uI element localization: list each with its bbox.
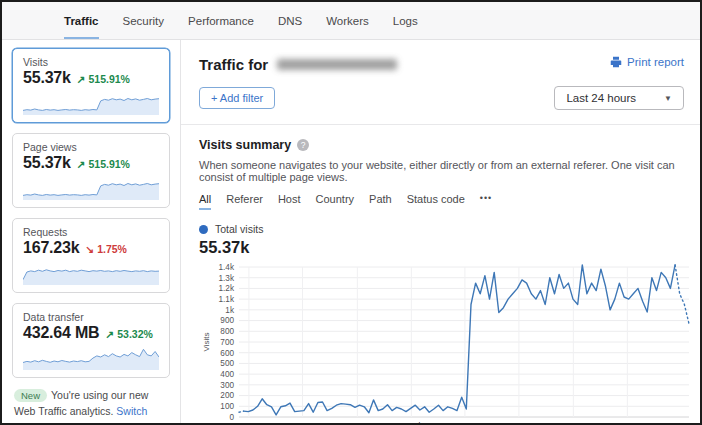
svg-text:12 PM: 12 PM (616, 422, 640, 423)
metric-delta: 515.91% (88, 73, 129, 85)
svg-text:03 PM: 03 PM (237, 422, 261, 423)
svg-text:09 PM: 09 PM (346, 422, 370, 423)
tab-host[interactable]: Host (278, 193, 301, 210)
svg-text:1.2k: 1.2k (219, 284, 235, 293)
tab-all[interactable]: All (199, 193, 211, 210)
metric-card-visits[interactable]: Visits 55.37k ↗ 515.91% (12, 48, 170, 123)
nav-tab-performance[interactable]: Performance (188, 2, 254, 39)
svg-text:09 AM: 09 AM (562, 422, 585, 423)
metric-label: Visits (23, 56, 159, 68)
data-transfer-sparkline (23, 344, 159, 370)
metric-delta: 515.91% (88, 158, 129, 170)
legend-label: Total visits (215, 223, 263, 235)
nav-tab-logs[interactable]: Logs (393, 2, 418, 39)
add-filter-button[interactable]: + Add filter (199, 87, 275, 109)
svg-text:900: 900 (220, 316, 234, 325)
svg-text:03 AM: 03 AM (453, 422, 476, 423)
svg-text:December: December (392, 422, 430, 423)
site-domain-redacted (277, 59, 397, 70)
trend-down-indicator: ↘ 1.75% (85, 243, 127, 255)
print-report-link[interactable]: Print report (610, 56, 684, 68)
requests-sparkline (23, 259, 159, 285)
metric-card-requests[interactable]: Requests 167.23k ↘ 1.75% (12, 218, 170, 293)
trend-up-indicator: ↗ 515.91% (77, 73, 130, 85)
analytics-dashboard: Traffic Security Performance DNS Workers… (0, 0, 702, 425)
metric-label: Data transfer (23, 311, 159, 323)
main-panel: Traffic for Print report + Add filter La… (180, 40, 700, 423)
trend-down-icon: ↘ (85, 243, 94, 255)
svg-text:1.1k: 1.1k (219, 295, 235, 304)
nav-tab-workers[interactable]: Workers (326, 2, 369, 39)
tab-status-code[interactable]: Status code (407, 193, 465, 210)
trend-up-icon: ↗ (105, 328, 114, 340)
top-navigation: Traffic Security Performance DNS Workers… (2, 2, 700, 40)
metric-card-data-transfer[interactable]: Data transfer 432.64 MB ↗ 53.32% (12, 303, 170, 378)
section-description: When someone navigates to your website, … (199, 159, 686, 183)
legend-dot-icon (199, 225, 208, 234)
trend-up-indicator: ↗ 515.91% (77, 158, 130, 170)
svg-text:1k: 1k (225, 306, 235, 315)
svg-text:0: 0 (229, 413, 234, 422)
filter-row: + Add filter Last 24 hours ▼ (181, 73, 700, 125)
print-report-label: Print report (627, 56, 684, 68)
content-area: Visits 55.37k ↗ 515.91% Page views 55.37… (2, 40, 700, 423)
visits-summary-section: Visits summary ? When someone navigates … (181, 125, 700, 423)
new-analytics-notice: NewYou're using our new Web Traffic anal… (12, 388, 170, 425)
visits-sparkline (23, 89, 159, 115)
more-tabs-icon[interactable]: ••• (480, 193, 492, 210)
page-title: Traffic for (199, 56, 397, 73)
svg-text:700: 700 (220, 338, 234, 347)
summary-dimension-tabs: All Referer Host Country Path Status cod… (199, 193, 686, 210)
svg-text:100: 100 (220, 402, 234, 411)
svg-text:Visits: Visits (202, 333, 211, 352)
metric-label: Requests (23, 226, 159, 238)
trend-up-icon: ↗ (77, 73, 86, 85)
svg-text:300: 300 (220, 381, 234, 390)
metric-delta: 1.75% (97, 243, 127, 255)
svg-text:500: 500 (220, 359, 234, 368)
svg-text:06 PM: 06 PM (291, 422, 315, 423)
chart-legend: Total visits (199, 223, 686, 235)
svg-text:1.3k: 1.3k (219, 274, 235, 283)
time-range-dropdown[interactable]: Last 24 hours ▼ (554, 86, 684, 110)
svg-text:06 AM: 06 AM (507, 422, 530, 423)
trend-up-icon: ↗ (77, 158, 86, 170)
time-range-value: Last 24 hours (566, 92, 636, 104)
metric-delta: 53.32% (117, 328, 153, 340)
svg-text:1.4k: 1.4k (219, 263, 235, 272)
main-header: Traffic for Print report (181, 40, 700, 73)
svg-text:400: 400 (220, 370, 234, 379)
svg-text:800: 800 (220, 327, 234, 336)
section-title: Visits summary (199, 138, 291, 152)
page-views-sparkline (23, 174, 159, 200)
page-title-text: Traffic for (199, 56, 268, 73)
nav-tab-traffic[interactable]: Traffic (64, 2, 99, 39)
help-icon[interactable]: ? (297, 139, 309, 151)
nav-tab-dns[interactable]: DNS (278, 2, 302, 39)
tab-referer[interactable]: Referer (226, 193, 263, 210)
metric-value: 55.37k (23, 154, 71, 172)
metrics-sidebar: Visits 55.37k ↗ 515.91% Page views 55.37… (2, 40, 180, 423)
tab-path[interactable]: Path (369, 193, 392, 210)
svg-text:600: 600 (220, 349, 234, 358)
visits-line-chart[interactable]: 01002003004005006007008009001k1.1k1.2k1.… (199, 261, 697, 423)
printer-icon (610, 56, 622, 68)
tab-country[interactable]: Country (316, 193, 355, 210)
svg-text:200: 200 (220, 391, 234, 400)
nav-tab-security[interactable]: Security (123, 2, 165, 39)
metric-value: 432.64 MB (23, 324, 99, 342)
metric-value: 55.37k (23, 69, 71, 87)
metric-card-page-views[interactable]: Page views 55.37k ↗ 515.91% (12, 133, 170, 208)
trend-up-indicator: ↗ 53.32% (105, 328, 152, 340)
metric-value: 167.23k (23, 239, 79, 257)
chevron-down-icon: ▼ (664, 94, 672, 103)
total-visits-value: 55.37k (199, 238, 686, 257)
new-badge: New (14, 389, 47, 402)
metric-label: Page views (23, 141, 159, 153)
